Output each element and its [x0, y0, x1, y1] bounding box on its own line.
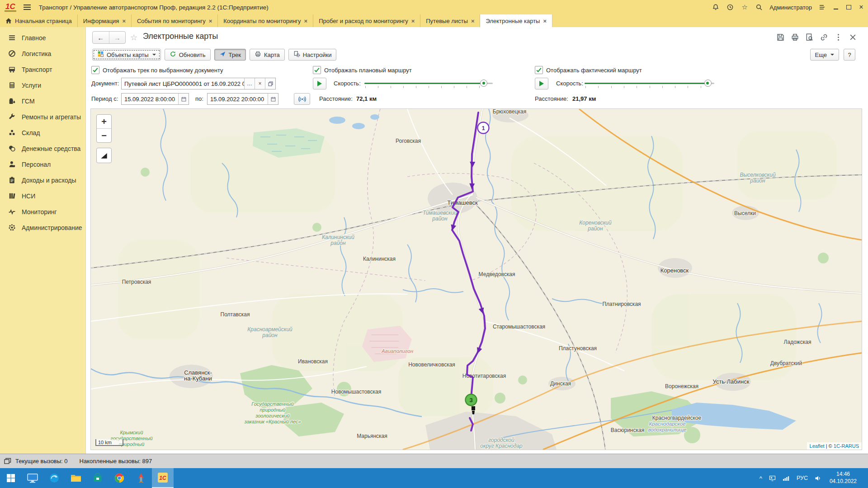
map-label: Красногвардейское	[652, 415, 702, 421]
zoom-out-button[interactable]: −	[97, 129, 111, 142]
notifications-bell-icon[interactable]	[712, 3, 720, 11]
toolbar-button-Обновить[interactable]: Обновить	[165, 49, 211, 61]
main-menu-icon[interactable]	[24, 5, 31, 10]
history-clock-icon[interactable]	[726, 3, 734, 11]
route-start-marker[interactable]: 1	[478, 122, 489, 134]
plan-play-button[interactable]	[313, 78, 326, 89]
sidebar-item-Денежные средства[interactable]: Денежные средства	[0, 141, 85, 156]
tab-Информация[interactable]: Информация×	[78, 14, 132, 27]
tab-События по мониторингу[interactable]: События по мониторингу×	[132, 14, 218, 27]
tab-close-icon[interactable]: ×	[209, 18, 212, 24]
taskbar-app-chrome[interactable]	[108, 468, 130, 488]
taskbar-app-store[interactable]	[87, 468, 108, 488]
taskbar-app-1c-active[interactable]: 1С	[152, 468, 174, 488]
tray-language[interactable]: РУС	[794, 475, 811, 481]
tab-close-icon[interactable]: ×	[304, 18, 308, 24]
sidebar-item-Транспорт[interactable]: Транспорт	[0, 61, 85, 77]
period-from-value[interactable]: 15.09.2022 8:00:00	[122, 96, 178, 103]
period-to-label: по:	[195, 93, 203, 105]
close-window-button[interactable]: ×	[858, 4, 864, 10]
zoom-in-button[interactable]: +	[97, 115, 111, 129]
sidebar-item-Главное[interactable]: Главное	[0, 30, 85, 46]
taskbar-app-edge[interactable]	[43, 468, 65, 488]
sidebar-item-Доходы и расходы[interactable]: Доходы и расходы	[0, 172, 85, 188]
help-button[interactable]: ?	[844, 49, 855, 61]
sidebar-item-НСИ[interactable]: НСИ	[0, 188, 85, 204]
tab-close-icon[interactable]: ×	[543, 18, 547, 24]
tray-network-icon[interactable]	[780, 471, 792, 485]
map-canvas[interactable]: БрюховецкаяРоговскаяТимашевскТимашевский…	[90, 108, 862, 450]
menu-icon	[8, 34, 16, 42]
plan-speed-slider[interactable]	[364, 79, 493, 89]
document-field[interactable]: Путевой лист ЦБРО0000001 от 16.09.2022 0…	[121, 78, 276, 89]
toolbar-button-Карта[interactable]: Карта	[250, 49, 285, 61]
sidebar-item-ГСМ[interactable]: ГСМ	[0, 93, 85, 109]
toolbar-button-Трек[interactable]: Трек	[214, 49, 246, 61]
maximize-button[interactable]	[845, 4, 852, 10]
tab-label: Координаты по мониторингу	[223, 18, 301, 24]
vendor-link[interactable]: 1C-RARUS	[834, 443, 859, 449]
tab-Путевые листы[interactable]: Путевые листы×	[420, 14, 480, 27]
toolbar-button-Объекты карты[interactable]: Объекты карты	[92, 49, 161, 61]
tab-Координаты по мониторингу[interactable]: Координаты по мониторингу×	[218, 14, 313, 27]
period-from-field[interactable]: 15.09.2022 8:00:00	[121, 93, 189, 105]
search-icon[interactable]	[755, 3, 763, 11]
tab-close-icon[interactable]: ×	[471, 18, 475, 24]
start-button[interactable]	[0, 468, 22, 488]
period-to-field[interactable]: 15.09.2022 20:00:00	[207, 93, 278, 105]
route-end-marker[interactable]: 3	[466, 394, 477, 406]
sidebar-item-Мониторинг[interactable]: Мониторинг	[0, 204, 85, 220]
show-track-checkbox[interactable]: Отображать трек по выбранному документу	[91, 66, 223, 74]
taskbar-app-desktop[interactable]	[22, 468, 43, 488]
taskbar-app-launcher[interactable]	[130, 468, 152, 488]
nav-forward-button[interactable]: →	[109, 32, 126, 43]
tray-volume-icon[interactable]	[812, 471, 824, 485]
measure-tool-button[interactable]	[96, 148, 112, 163]
save-icon[interactable]	[776, 33, 785, 42]
tray-display-icon[interactable]	[767, 471, 778, 485]
tab-Пробег и расход по мониторингу[interactable]: Пробег и расход по мониторингу×	[313, 14, 420, 27]
calendar-icon[interactable]	[178, 94, 189, 104]
minimize-button[interactable]	[833, 4, 839, 10]
tab-home[interactable]: Начальная страница	[0, 14, 78, 27]
period-to-value[interactable]: 15.09.2022 20:00:00	[208, 96, 268, 103]
leaflet-link[interactable]: Leaflet	[810, 443, 825, 449]
calendar-icon[interactable]	[268, 94, 278, 104]
taskbar-app-explorer[interactable]	[65, 468, 87, 488]
slider-thumb[interactable]	[480, 80, 487, 87]
document-value[interactable]: Путевой лист ЦБРО0000001 от 16.09.2022 0…	[122, 80, 244, 87]
favorites-star-icon[interactable]: ☆	[741, 3, 749, 11]
show-plan-route-checkbox[interactable]: Отображать плановый маршрут	[313, 66, 412, 74]
tray-clock[interactable]: 14:46 04.10.2022	[826, 471, 860, 485]
more-dots-icon[interactable]	[834, 33, 843, 42]
sidebar-item-Персонал[interactable]: Персонал	[0, 156, 85, 172]
document-open-button[interactable]	[265, 78, 275, 89]
toolbar-button-Настройки[interactable]: Настройки	[288, 49, 337, 61]
close-form-icon[interactable]	[849, 33, 857, 42]
print-preview-icon[interactable]	[805, 33, 814, 42]
fact-speed-slider[interactable]	[585, 79, 714, 89]
slider-thumb[interactable]	[704, 80, 712, 87]
accumulated-calls-label: Накопленные вызовы:	[80, 458, 141, 465]
more-button[interactable]: Еще	[810, 49, 839, 61]
document-clear-button[interactable]: ×	[255, 78, 265, 89]
link-icon[interactable]	[820, 33, 828, 42]
sidebar-item-Склад[interactable]: Склад	[0, 125, 85, 141]
show-fact-route-checkbox[interactable]: Отображать фактический маршрут	[535, 66, 642, 74]
document-choose-button[interactable]: …	[244, 78, 255, 89]
sidebar-item-Администрирование[interactable]: Администрирование	[0, 220, 85, 235]
nav-back-button[interactable]: ←	[93, 32, 109, 43]
fact-play-button[interactable]	[535, 78, 548, 89]
tab-close-icon[interactable]: ×	[122, 18, 126, 24]
sidebar-item-Ремонты и агрегаты[interactable]: Ремонты и агрегаты	[0, 109, 85, 125]
service-menu-icon[interactable]	[818, 3, 826, 11]
sidebar-item-Логистика[interactable]: Логистика	[0, 46, 85, 61]
print-icon[interactable]	[791, 33, 799, 42]
tray-expand-icon[interactable]: ^	[757, 475, 765, 482]
current-user[interactable]: Администратор	[769, 4, 812, 11]
monitoring-signal-button[interactable]	[294, 93, 310, 105]
tab-close-icon[interactable]: ×	[411, 18, 415, 24]
tab-Электронные карты[interactable]: Электронные карты×	[480, 14, 552, 27]
page-favorite-star-icon[interactable]: ☆	[130, 33, 137, 42]
sidebar-item-Услуги[interactable]: Услуги	[0, 77, 85, 93]
